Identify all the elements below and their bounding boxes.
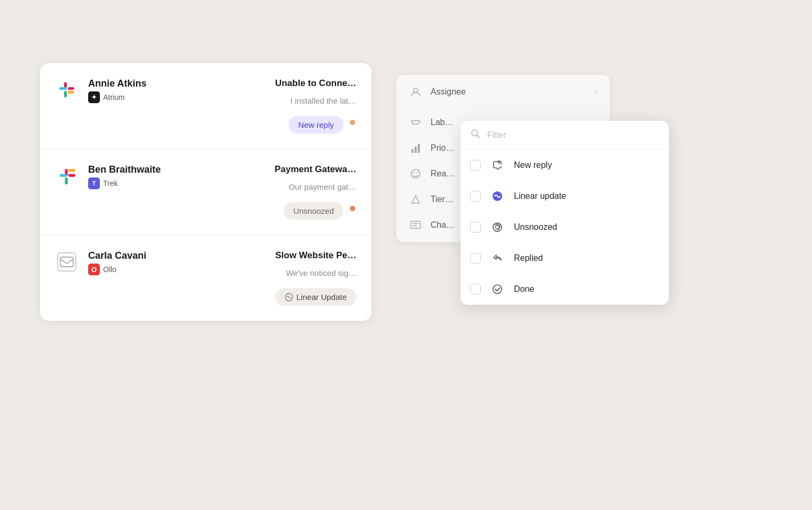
- avatar-dot-ben: [349, 205, 356, 212]
- svg-point-32: [496, 226, 499, 229]
- tag-linear-carla[interactable]: Linear Update: [275, 288, 356, 306]
- conversation-list: Annie Atkins ✦ Atrium Unable to Conne… I…: [40, 63, 371, 321]
- avatar-ben: [55, 164, 79, 188]
- svg-point-15: [65, 181, 68, 184]
- filter-item-assignee[interactable]: Assignee ›: [396, 79, 610, 105]
- company-name-carla: Ollo: [103, 265, 116, 274]
- conv-company-ben: T Trek: [88, 177, 161, 189]
- conv-name-carla: Carla Cavani: [88, 250, 146, 261]
- conversation-item-annie[interactable]: Annie Atkins ✦ Atrium Unable to Conne… I…: [40, 63, 371, 149]
- replied-icon: [489, 250, 505, 266]
- dropdown-item-new-reply[interactable]: New reply: [460, 150, 669, 181]
- checkbox-unsnoozed[interactable]: [470, 222, 481, 233]
- filter-search-input[interactable]: [487, 130, 659, 140]
- conv-right-annie: Unable to Conne… I installed the lat… Ne…: [275, 78, 356, 134]
- conv-company-carla: O Ollo: [88, 264, 146, 275]
- conv-name-annie: Annie Atkins: [88, 78, 146, 89]
- svg-point-3: [64, 82, 67, 85]
- company-logo-atrium: ✦: [88, 91, 100, 103]
- divider-1: [396, 107, 610, 107]
- conv-subject-annie: Unable to Conne…: [275, 78, 356, 89]
- svg-rect-6: [64, 91, 67, 97]
- dropdown-item-linear-update[interactable]: Linear update: [460, 181, 669, 212]
- conv-subject-carla: Slow Website Pe…: [275, 250, 356, 261]
- dropdown-label-linear-update: Linear update: [514, 191, 566, 201]
- dropdown-label-replied: Replied: [514, 253, 543, 263]
- checkbox-linear-update[interactable]: [470, 191, 481, 202]
- dropdown-item-replied[interactable]: Replied: [460, 243, 669, 274]
- conv-name-ben: Ben Braithwaite: [88, 164, 161, 175]
- search-bar: [460, 121, 669, 150]
- company-name-annie: Atrium: [103, 93, 124, 102]
- conv-company-annie: ✦ Atrium: [88, 91, 146, 103]
- dropdown-filter-panel: New reply Linear update Unsnoozed: [460, 121, 669, 305]
- svg-rect-21: [411, 149, 413, 153]
- new-reply-icon: [489, 157, 505, 173]
- conv-preview-annie: I installed the lat…: [291, 96, 356, 105]
- svg-rect-0: [56, 79, 77, 101]
- conv-content-annie: Annie Atkins ✦ Atrium Unable to Conne… I…: [88, 78, 356, 134]
- checkbox-new-reply[interactable]: [470, 160, 481, 171]
- conv-preview-carla: We've noticed sig…: [286, 268, 356, 277]
- svg-point-25: [414, 173, 415, 174]
- svg-point-17: [72, 169, 75, 172]
- label-icon: [409, 116, 422, 129]
- tier-icon: [409, 193, 422, 206]
- svg-rect-5: [59, 87, 67, 90]
- conv-content-ben: Ben Braithwaite T Trek Payment Gatewa… O…: [88, 164, 356, 220]
- avatar-dot-annie: [349, 119, 356, 126]
- svg-rect-7: [68, 91, 74, 94]
- conv-content-carla: Carla Cavani O Ollo Slow Website Pe… We'…: [88, 250, 356, 306]
- conv-preview-ben: Our payment gat…: [288, 182, 356, 191]
- priority-icon: [409, 142, 422, 154]
- search-icon: [470, 128, 481, 142]
- svg-point-33: [493, 285, 502, 293]
- svg-point-29: [472, 130, 478, 136]
- dropdown-label-unsnoozed: Unsnoozed: [514, 222, 557, 232]
- company-logo-trek: T: [88, 177, 100, 189]
- conv-right-ben: Payment Gatewa… Our payment gat… Unsnooz…: [275, 164, 356, 220]
- unsnoozed-icon: [489, 219, 505, 235]
- filter-label-assignee: Assignee: [431, 87, 586, 97]
- tag-new-reply-annie[interactable]: New reply: [288, 116, 343, 134]
- svg-point-26: [417, 173, 418, 174]
- avatar-carla: [55, 250, 79, 274]
- checkbox-replied[interactable]: [470, 253, 481, 264]
- linear-icon: [285, 293, 293, 302]
- svg-point-16: [72, 174, 75, 177]
- tag-linear-label: Linear Update: [296, 292, 347, 302]
- svg-rect-4: [68, 87, 74, 90]
- filter-arrow-assignee: ›: [595, 87, 597, 97]
- svg-rect-28: [411, 221, 420, 228]
- conv-right-carla: Slow Website Pe… We've noticed sig… Line…: [275, 250, 356, 306]
- dropdown-label-done: Done: [514, 284, 534, 294]
- email-icon-carla: [57, 252, 76, 272]
- conv-subject-ben: Payment Gatewa…: [275, 164, 356, 175]
- dropdown-label-new-reply: New reply: [514, 160, 552, 170]
- linear-update-icon: [489, 188, 505, 204]
- svg-point-20: [413, 88, 418, 92]
- svg-point-14: [60, 174, 63, 177]
- done-icon: [489, 281, 505, 297]
- dropdown-item-unsnoozed[interactable]: Unsnoozed: [460, 212, 669, 243]
- conversation-item-carla[interactable]: Carla Cavani O Ollo Slow Website Pe… We'…: [40, 235, 371, 321]
- checkbox-done[interactable]: [470, 284, 481, 295]
- conversation-item-ben[interactable]: Ben Braithwaite T Trek Payment Gatewa… O…: [40, 149, 371, 235]
- dropdown-item-done[interactable]: Done: [460, 274, 669, 305]
- company-logo-ollo: O: [88, 264, 100, 275]
- channel-icon: [409, 219, 422, 231]
- reaction-icon: [409, 167, 422, 180]
- svg-rect-18: [60, 257, 73, 267]
- assignee-icon: [409, 86, 422, 98]
- avatar-annie: [55, 78, 79, 102]
- svg-rect-23: [418, 144, 420, 153]
- tag-unsnoozed-ben[interactable]: Unsnoozed: [284, 202, 343, 220]
- company-name-ben: Trek: [103, 179, 118, 188]
- svg-rect-22: [415, 146, 417, 153]
- svg-marker-27: [412, 196, 419, 203]
